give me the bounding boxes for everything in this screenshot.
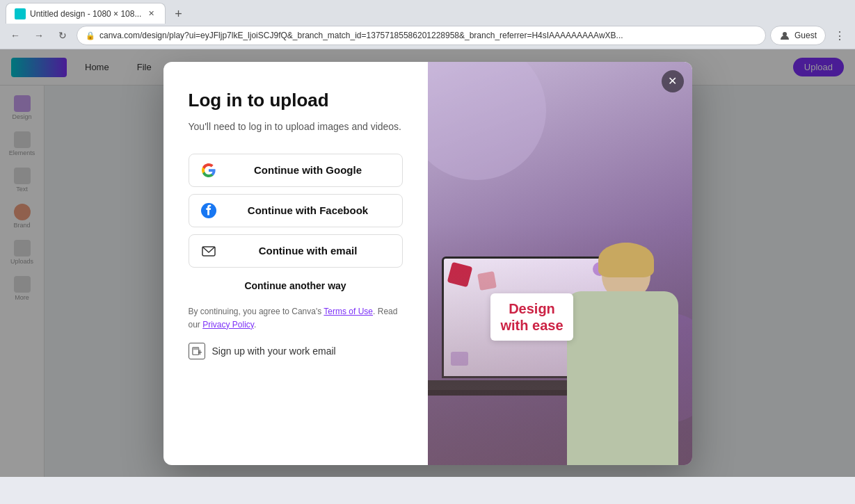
person-silhouette	[497, 243, 692, 465]
privacy-link[interactable]: Privacy Policy	[202, 320, 254, 330]
work-email-icon	[189, 343, 205, 359]
work-email-row[interactable]: Sign up with your work email	[189, 343, 403, 359]
work-email-label: Sign up with your work email	[212, 346, 336, 357]
design-text-line1: Design	[500, 300, 563, 317]
legal-text: By continuing, you agree to Canva's Term…	[189, 305, 403, 332]
facebook-btn-label: Continue with Facebook	[225, 204, 391, 216]
address-bar-row: ← → ↻ 🔒 canva.com/design/play?ui=eyJFljp…	[0, 24, 855, 49]
back-button[interactable]: ←	[6, 26, 25, 45]
refresh-button[interactable]: ↻	[53, 26, 72, 45]
modal-title: Log in to upload	[189, 90, 403, 111]
svg-rect-4	[192, 348, 198, 350]
guest-button[interactable]: Guest	[770, 26, 826, 45]
browser-menu-button[interactable]: ⋮	[830, 26, 849, 45]
url-text: canva.com/design/play?ui=eyJFljp7lkE_ljo…	[99, 31, 757, 40]
email-icon	[200, 243, 217, 259]
email-btn-label: Continue with email	[225, 245, 391, 257]
address-bar[interactable]: 🔒 canva.com/design/play?ui=eyJFljp7lkE_l…	[77, 26, 766, 45]
modal-subtitle: You'll need to log in to upload images a…	[189, 120, 403, 134]
design-text-line2: with ease	[500, 317, 563, 334]
tabs-bar: Untitled design - 1080 × 108... ✕ +	[0, 0, 855, 24]
facebook-auth-button[interactable]: Continue with Facebook	[189, 194, 403, 227]
forward-button[interactable]: →	[29, 26, 49, 45]
facebook-icon	[200, 202, 217, 219]
continue-another-way[interactable]: Continue another way	[189, 280, 403, 291]
modal-close-button[interactable]: ✕	[662, 70, 684, 92]
google-icon	[200, 162, 217, 179]
deco-circle-1	[428, 62, 546, 180]
tab-title: Untitled design - 1080 × 108...	[30, 9, 141, 19]
active-tab[interactable]: Untitled design - 1080 × 108... ✕	[6, 3, 166, 24]
guest-label: Guest	[794, 31, 817, 40]
modal-left-panel: Log in to upload You'll need to log in t…	[163, 62, 428, 465]
login-modal: Log in to upload You'll need to log in t…	[163, 62, 692, 465]
terms-link[interactable]: Terms of Use	[323, 307, 373, 316]
email-auth-button[interactable]: Continue with email	[189, 234, 403, 268]
google-auth-button[interactable]: Continue with Google	[189, 154, 403, 187]
tab-close-button[interactable]: ✕	[145, 8, 157, 19]
user-icon	[779, 30, 790, 41]
lock-icon: 🔒	[86, 31, 95, 40]
new-tab-button[interactable]: +	[168, 4, 188, 24]
google-btn-label: Continue with Google	[225, 164, 391, 176]
browser-chrome: Untitled design - 1080 × 108... ✕ + ← → …	[0, 0, 855, 49]
tab-favicon	[15, 8, 26, 19]
modal-overlay: Log in to upload You'll need to log in t…	[0, 49, 855, 477]
modal-right-panel: Design with ease	[428, 62, 692, 465]
app-area: Home File Upload Design Elements Text Br…	[0, 49, 855, 477]
